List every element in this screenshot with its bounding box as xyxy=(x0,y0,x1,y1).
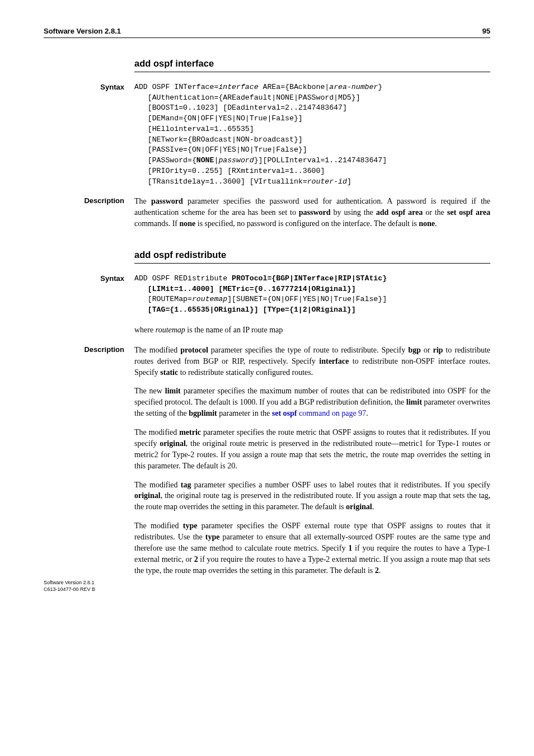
text: . xyxy=(366,409,368,417)
text: The new xyxy=(134,387,165,395)
code-text: area-number xyxy=(329,83,378,91)
syntax-block: Syntax ADD OSPF REDistribute PROTocol={B… xyxy=(44,274,490,316)
text: original xyxy=(134,491,161,500)
text: bgplimit xyxy=(189,409,217,417)
text: , the original route tag is preserved in… xyxy=(134,491,490,511)
syntax-code: ADD OSPF INTerface=interface AREa={BAckb… xyxy=(134,82,490,187)
code-text: [PASSword={ xyxy=(134,156,196,165)
para: The modified protocol parameter specifie… xyxy=(134,345,490,378)
code-text: [NETwork={BROadcast|NON-broadcast}] xyxy=(134,135,307,144)
syntax-label: Syntax xyxy=(44,82,134,91)
text: 2 xyxy=(194,555,198,564)
syntax-label: Syntax xyxy=(44,274,134,283)
text: The modified xyxy=(134,522,183,530)
text: protocol xyxy=(180,346,208,354)
text: is specified, no password is configured … xyxy=(195,219,419,228)
text: . xyxy=(435,219,437,228)
para: The password parameter specifies the pas… xyxy=(134,196,490,229)
text: , the original route metric is preserved… xyxy=(134,439,490,470)
code-text: [ROUTEMap= xyxy=(134,295,192,303)
where-block: where routemap is the name of an IP rout… xyxy=(44,325,490,336)
text: commands. If xyxy=(134,219,179,228)
code-text: password xyxy=(218,156,254,165)
code-text: [PASSIve={ON|OFF|YES|NO|True|False}] xyxy=(134,145,312,154)
text: none xyxy=(179,219,195,228)
text: The xyxy=(134,197,151,205)
page-header: Software Version 2.8.1 95 xyxy=(44,27,490,38)
text: limit xyxy=(165,387,181,395)
text: set ospf xyxy=(272,409,297,417)
text: or the xyxy=(423,208,447,217)
code-text: [PRIOrity=0..255] [RXmtinterval=1..3600] xyxy=(134,167,329,175)
text: metric xyxy=(179,428,201,436)
text: or xyxy=(421,346,433,354)
description-label: Description xyxy=(44,345,134,354)
description-label: Description xyxy=(44,196,134,205)
text: to redistribute statically configured ro… xyxy=(178,368,313,377)
page-number: 95 xyxy=(483,27,490,35)
text: password xyxy=(299,208,331,217)
text: interface xyxy=(319,357,349,365)
text: static xyxy=(160,368,178,377)
header-title: Software Version 2.8.1 xyxy=(44,27,121,35)
para: The modified type parameter specifies th… xyxy=(134,520,490,576)
code-text: [LIMit=1..4000] [METric={0..16777214|ORi… xyxy=(134,285,356,293)
text: add ospf area xyxy=(376,208,423,217)
text: . xyxy=(372,503,374,511)
code-text: [BOOST1=0..1023] [DEadinterval=2..214748… xyxy=(134,104,352,112)
code-text: routemap xyxy=(192,295,227,303)
code-text: [TAG={1..65535|ORiginal}] [TYpe={1|2|ORi… xyxy=(134,306,356,314)
para: The modified metric parameter specifies … xyxy=(134,427,490,472)
text: tag xyxy=(181,481,191,489)
text: 2 xyxy=(375,566,379,575)
text: . xyxy=(379,566,381,575)
text: type xyxy=(205,533,220,541)
text: none xyxy=(419,219,435,228)
description-block: Description The password parameter speci… xyxy=(44,196,490,229)
where-content: where routemap is the name of an IP rout… xyxy=(134,325,490,336)
text: is the name of an IP route map xyxy=(185,326,283,334)
para: where routemap is the name of an IP rout… xyxy=(134,325,490,336)
text: rip xyxy=(433,346,443,354)
code-text: router-id xyxy=(307,177,347,186)
footer-line: Software Version 2.8.1 xyxy=(44,579,95,586)
code-text: ADD OSPF INTerface= xyxy=(134,83,218,91)
code-text: interface xyxy=(218,83,258,91)
text: set ospf area xyxy=(447,208,490,217)
code-text: } xyxy=(378,83,387,91)
footer-line: C613-10477-00 REV B xyxy=(44,586,95,593)
text: by using the xyxy=(331,208,376,217)
page: Software Version 2.8.1 95 add ospf inter… xyxy=(0,0,534,608)
code-text: [DEMand={ON|OFF|YES|NO|True|False}] xyxy=(134,114,307,123)
code-text: AREa={BAckbone| xyxy=(259,83,330,91)
para: The modified tag parameter specifies a n… xyxy=(134,480,490,513)
text: limit xyxy=(406,398,422,406)
description-content: The password parameter specifies the pas… xyxy=(134,196,490,229)
text: routemap xyxy=(156,326,185,334)
text: type xyxy=(183,522,198,530)
code-text: [AUthentication={AREadefault|NONE|PASSwo… xyxy=(134,93,365,102)
text: command on page 97 xyxy=(297,409,366,417)
section-heading-add-ospf-redistribute: add ospf redistribute xyxy=(134,250,490,264)
description-content: The modified protocol parameter specifie… xyxy=(134,345,490,576)
empty-label xyxy=(44,325,134,325)
cross-ref-link[interactable]: set ospf command on page 97 xyxy=(272,409,366,417)
text: where xyxy=(134,326,156,334)
code-text: }][POLLInterval=1..2147483647] xyxy=(254,156,391,165)
text: parameter specifies the type of route to… xyxy=(208,346,408,354)
text: original xyxy=(160,439,186,448)
section-heading-add-ospf-interface: add ospf interface xyxy=(134,58,490,72)
page-footer: Software Version 2.8.1 C613-10477-00 REV… xyxy=(44,579,95,593)
text: parameter specifies a number OSPF uses t… xyxy=(191,481,490,489)
syntax-code: ADD OSPF REDistribute PROTocol={BGP|INTe… xyxy=(134,274,490,316)
text: bgp xyxy=(408,346,421,354)
text: password xyxy=(151,197,183,205)
text: The modified xyxy=(134,428,179,436)
para: The new limit parameter specifies the ma… xyxy=(134,386,490,419)
code-text: [HEllointerval=1..65535] xyxy=(134,125,259,133)
code-text: ADD OSPF REDistribute xyxy=(134,274,232,283)
code-text: [TRansitdelay=1..3600] [VIrtuallink= xyxy=(134,177,307,186)
code-text: ] xyxy=(347,177,352,186)
code-text: ][SUBNET={ON|OFF|YES|NO|True|False}] xyxy=(227,295,391,303)
code-text: NONE xyxy=(196,156,214,165)
